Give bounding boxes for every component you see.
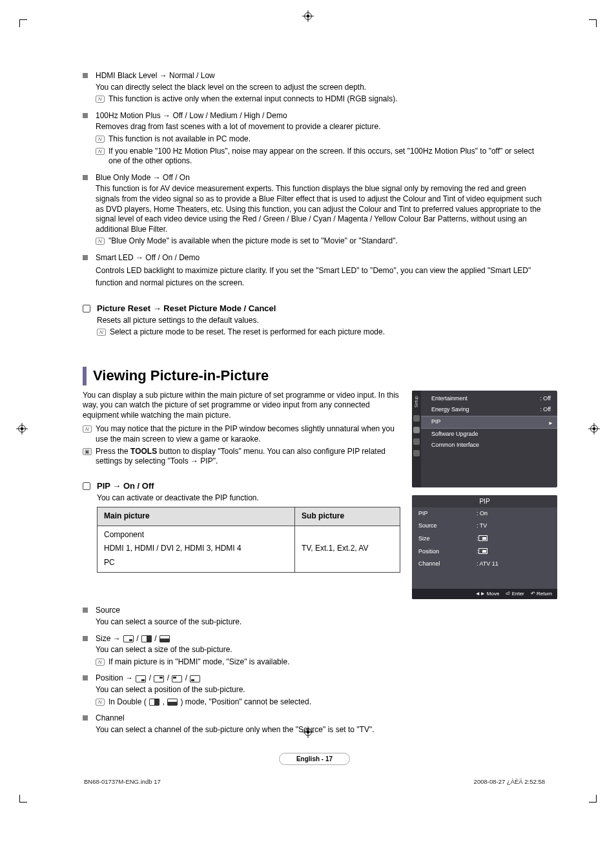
svg-point-15 (307, 730, 310, 733)
tools-icon: ▣ (83, 448, 92, 455)
satellite-icon (413, 438, 420, 445)
option-desc: You can select a size of the sub-picture… (96, 645, 546, 655)
pip-table: Main picture Sub picture Component HDMI … (97, 507, 400, 572)
option-note: N If you enable "100 Hz Motion Plus", no… (96, 147, 546, 167)
bullet-icon (83, 715, 88, 721)
option-desc: You can directly select the black level … (96, 83, 546, 93)
option-note: N If main picture is in "HDMI" mode, "Si… (96, 657, 546, 668)
osd-pip-menu: PIP PIP: On Source: TV Size: Position: C… (412, 495, 557, 600)
note-text: This function is active only when the ex… (108, 94, 398, 105)
option-desc: You can select a channel of the sub-pict… (96, 725, 546, 735)
input-icon (413, 450, 420, 456)
table-header-sub: Sub picture (295, 507, 400, 526)
option-title: Blue Only Mode → Off / On (96, 173, 546, 183)
note-text: This function is not available in PC mod… (108, 134, 251, 145)
option-title: Channel (96, 713, 546, 724)
note-text: In Double ( , ) mode, "Position" cannot … (108, 697, 311, 708)
option-note: N "Blue Only Mode" is available when the… (96, 236, 546, 247)
bullet-icon (83, 608, 88, 613)
note-text: If you enable "100 Hz Motion Plus", nois… (108, 147, 546, 167)
osd2-row-channel: Channel: ATV 11 (412, 558, 557, 571)
option-smart-led: Smart LED → Off / On / Demo Controls LED… (83, 253, 546, 289)
option-desc: You can select a source of the sub-pictu… (96, 617, 546, 628)
pip-size-double-v-icon (167, 699, 178, 706)
pip-pos-br-icon (136, 675, 146, 682)
option-title: 100Hz Motion Plus → Off / Low / Medium /… (96, 111, 546, 121)
osd-row-software: Software Upgrade (421, 429, 557, 440)
note-text: If main picture is in "HDMI" mode, "Size… (108, 657, 289, 668)
osd-title: PIP (412, 495, 557, 507)
bullet-icon (83, 636, 88, 641)
section-desc: Resets all picture settings to the defau… (97, 316, 546, 326)
pip-size-double-h-icon (141, 635, 152, 642)
table-cell-sub: TV, Ext.1, Ext.2, AV (295, 526, 400, 572)
option-blue-only-mode: Blue Only Mode → Off / On This function … (83, 173, 546, 247)
osd-row-energy: Energy Saving: Off (421, 404, 557, 416)
option-note: N In Double ( , ) mode, "Position" canno… (96, 697, 546, 708)
option-size: Size → / / You can select a size of the … (83, 634, 546, 668)
option-source: Source You can select a source of the su… (83, 606, 546, 627)
section-title: PIP → On / Off (97, 481, 400, 492)
footer: BN68-01737M-ENG.indb 17 2008-08-27 ¿ÀÈÄ … (83, 778, 546, 786)
option-note: N This function is active only when the … (96, 94, 546, 105)
note-icon: N (96, 238, 105, 245)
section-icon (83, 305, 90, 312)
footer-filename: BN68-01737M-ENG.indb 17 (84, 778, 161, 786)
pip-pos-bl-icon (190, 675, 200, 682)
gear-icon (413, 427, 420, 433)
table-cell-main: Component HDMI 1, HDMI / DVI 2, HDMI 3, … (98, 526, 295, 572)
osd2-row-pip: PIP: On (412, 507, 557, 520)
intro-note: N You may notice that the picture in the… (83, 424, 400, 444)
note-icon: N (83, 425, 92, 433)
page-content: HDMI Black Level → Normal / Low You can … (0, 0, 616, 822)
note-icon: N (96, 148, 105, 155)
option-desc: Controls LED backlight to maximize pictu… (96, 265, 546, 289)
option-title: Smart LED → Off / On / Demo (96, 253, 546, 263)
note-icon: N (96, 136, 105, 143)
bullet-icon (83, 175, 88, 180)
osd-row-entertainment: Entertainment: Off (421, 393, 557, 405)
return-hint: ↶ Return (531, 591, 552, 597)
osd2-row-size: Size: (412, 533, 557, 546)
osd2-row-source: Source: TV (412, 520, 557, 533)
option-title: Source (96, 606, 546, 616)
bullet-icon (83, 255, 88, 260)
move-hint: ◄► Move (475, 591, 500, 597)
size-icon (478, 535, 488, 541)
osd-row-pip-highlight[interactable]: PIP► (421, 416, 557, 429)
note-icon: N (96, 96, 105, 103)
note-text: "Blue Only Mode" is available when the p… (108, 236, 398, 247)
pip-pos-tl-icon (172, 675, 182, 682)
pip-size-double-v-icon (159, 635, 170, 642)
section-title: Picture Reset → Reset Picture Mode / Can… (97, 303, 546, 314)
note-icon: N (97, 329, 106, 336)
note-text: Press the TOOLS button to display "Tools… (96, 447, 400, 467)
triangle-right-icon: ► (548, 420, 553, 427)
enter-hint: ⏎ Enter (506, 591, 524, 597)
note-icon: N (96, 659, 105, 666)
section-note: N Select a picture mode to be reset. The… (97, 327, 546, 338)
osd-sidebar-label: Setup (413, 396, 419, 407)
option-title: HDMI Black Level → Normal / Low (96, 71, 546, 81)
plug-icon (413, 415, 420, 422)
position-icon (478, 548, 488, 554)
osd-setup-menu: Setup Entertainment: Off Energy Saving: … (412, 391, 557, 487)
osd-row-ci: Common Interface (421, 440, 557, 451)
option-title: Size → / / (96, 634, 546, 644)
osd2-row-position: Position: (412, 546, 557, 558)
intro-tools-note: ▣ Press the TOOLS button to display "Too… (83, 447, 400, 467)
option-position: Position → / / / You can select a positi… (83, 673, 546, 707)
table-header-main: Main picture (98, 507, 295, 526)
bullet-icon (83, 675, 88, 680)
option-title: Position → / / / (96, 673, 546, 684)
section-desc: You can activate or deactivate the PIP f… (97, 493, 400, 504)
pip-size-double-h-icon (149, 699, 159, 706)
section-pip-onoff: PIP → On / Off You can activate or deact… (83, 481, 400, 573)
page-number-badge: English - 17 (279, 753, 350, 765)
note-text: You may notice that the picture in the P… (96, 424, 400, 444)
option-desc: You can select a position of the sub-pic… (96, 685, 546, 695)
option-desc: This function is for AV device measureme… (96, 184, 546, 234)
bullet-icon (83, 113, 88, 118)
option-100hz-motion-plus: 100Hz Motion Plus → Off / Low / Medium /… (83, 111, 546, 167)
registration-mark-bottom (302, 726, 314, 738)
